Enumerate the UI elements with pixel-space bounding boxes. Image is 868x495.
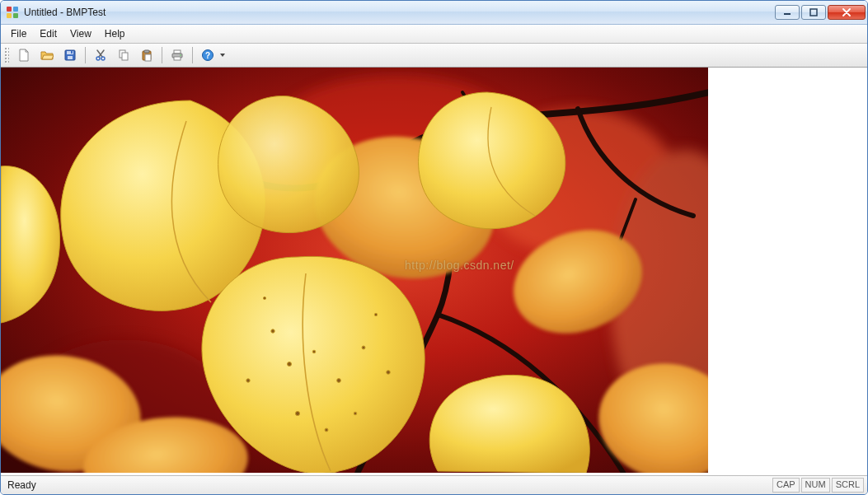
save-floppy-icon <box>63 49 77 62</box>
svg-rect-0 <box>7 7 12 12</box>
svg-rect-3 <box>13 13 18 18</box>
app-icon <box>6 6 19 19</box>
open-button[interactable] <box>36 44 58 66</box>
menubar: File Edit View Help <box>1 25 867 44</box>
toolbar-grip[interactable] <box>4 47 9 63</box>
svg-point-43 <box>263 297 265 299</box>
status-cap: CAP <box>772 478 800 493</box>
chevron-down-icon <box>220 54 225 57</box>
help-button[interactable]: ? <box>197 44 218 66</box>
save-button[interactable] <box>59 44 81 66</box>
svg-point-10 <box>96 57 100 60</box>
copy-button[interactable] <box>113 44 134 66</box>
app-window: Untitled - BMPTest File Edit View Help <box>0 0 868 495</box>
svg-rect-2 <box>7 13 12 18</box>
copy-icon <box>117 49 130 62</box>
cut-button[interactable] <box>90 44 111 66</box>
menu-file[interactable]: File <box>4 25 33 43</box>
svg-point-40 <box>325 428 328 432</box>
minimize-button[interactable] <box>775 5 800 20</box>
close-button[interactable] <box>828 5 866 20</box>
svg-rect-16 <box>145 54 151 61</box>
toolbar-separator <box>162 47 162 63</box>
svg-point-44 <box>374 313 377 315</box>
paste-clipboard-icon <box>140 49 153 62</box>
printer-icon <box>171 49 184 62</box>
svg-rect-9 <box>71 51 73 54</box>
paste-button[interactable] <box>136 44 157 66</box>
svg-point-39 <box>295 411 299 415</box>
toolbar: ? <box>1 44 867 68</box>
svg-rect-19 <box>174 57 181 60</box>
cut-scissors-icon <box>94 49 107 62</box>
toolbar-separator <box>85 47 86 63</box>
svg-rect-8 <box>68 56 73 59</box>
svg-point-34 <box>288 362 292 367</box>
open-folder-icon <box>40 49 54 62</box>
new-file-icon <box>17 49 30 62</box>
window-controls <box>775 5 866 20</box>
maximize-button[interactable] <box>801 5 826 20</box>
status-num: NUM <box>801 478 830 493</box>
bitmap-image: http://blog.csdn.net/ <box>1 68 708 473</box>
svg-point-20 <box>180 54 181 56</box>
svg-rect-15 <box>144 50 149 53</box>
svg-text:?: ? <box>205 51 210 60</box>
menu-help[interactable]: Help <box>98 25 132 43</box>
svg-rect-4 <box>784 13 791 15</box>
titlebar[interactable]: Untitled - BMPTest <box>1 1 867 25</box>
svg-rect-5 <box>810 9 817 16</box>
client-area: http://blog.csdn.net/ <box>1 68 867 475</box>
new-button[interactable] <box>13 44 35 66</box>
svg-point-42 <box>387 371 391 375</box>
svg-rect-17 <box>174 50 181 54</box>
svg-point-38 <box>246 379 250 382</box>
svg-point-37 <box>362 346 365 349</box>
svg-point-41 <box>354 412 357 415</box>
help-icon: ? <box>201 49 214 62</box>
status-scrl: SCRL <box>832 478 864 493</box>
svg-rect-1 <box>13 7 18 12</box>
help-dropdown-arrow[interactable] <box>219 54 226 57</box>
svg-point-33 <box>271 329 274 333</box>
svg-rect-13 <box>122 53 128 60</box>
window-title: Untitled - BMPTest <box>24 7 106 18</box>
menu-edit[interactable]: Edit <box>33 25 63 43</box>
status-text: Ready <box>4 479 36 491</box>
toolbar-separator <box>192 47 193 63</box>
svg-point-36 <box>337 379 341 383</box>
svg-point-11 <box>101 57 105 60</box>
menu-view[interactable]: View <box>63 25 98 43</box>
print-button[interactable] <box>167 44 188 66</box>
svg-point-35 <box>312 350 316 353</box>
statusbar: Ready CAP NUM SCRL <box>1 475 867 494</box>
